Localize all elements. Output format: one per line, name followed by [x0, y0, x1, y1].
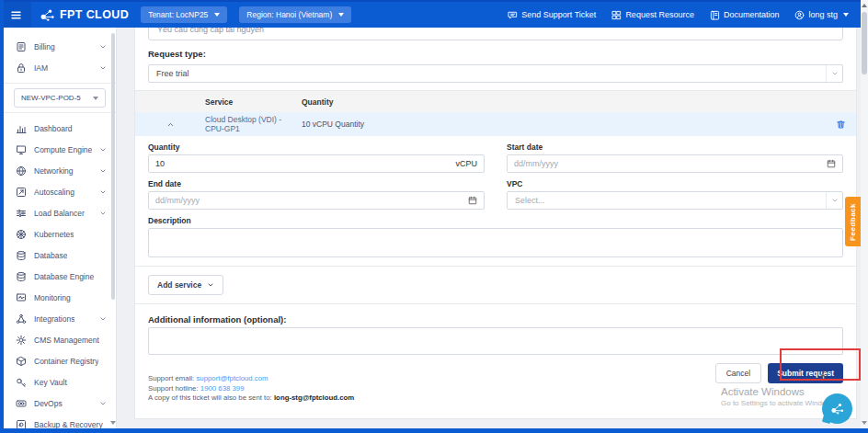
sidebar-item-dashboard[interactable]: Dashboard: [4, 118, 116, 139]
sidebar-item-key-vault[interactable]: Key Vault: [4, 371, 116, 393]
scroll-up-arrow[interactable]: [861, 1, 868, 10]
sidebar-item-label: DevOps: [34, 399, 63, 408]
scrollbar-thumb[interactable]: [862, 12, 867, 74]
support-info: Support email: support@fptcloud.com Supp…: [148, 374, 354, 404]
sidebar-item-container-registry[interactable]: Container Registry: [4, 350, 116, 371]
calendar-icon[interactable]: [468, 196, 477, 205]
sidebar-item-billing[interactable]: Billing: [4, 36, 116, 57]
feedback-label: Feedback: [849, 203, 857, 241]
submit-request-button[interactable]: Submit request: [768, 363, 843, 383]
sidebar-scrollbar[interactable]: [111, 33, 115, 300]
service-detail-form: Quantity vCPU Start date: [135, 136, 856, 266]
divider: [4, 83, 116, 84]
sidebar-item-label: Networking: [34, 166, 74, 176]
support-email-link[interactable]: support@fptcloud.com: [196, 374, 268, 382]
monitoring-icon: [16, 292, 27, 303]
vpc-selector-dropdown[interactable]: NEW-VPC-POD-5: [14, 88, 106, 108]
sidebar-item-kubernetes[interactable]: Kubernetes: [4, 223, 116, 245]
top-navigation-bar: FPT CLOUD Tenant: LocNP25 Region: Hanoi …: [0, 0, 861, 28]
activate-windows-hint: Go to Settings to activate Windows: [721, 399, 835, 407]
header-links: Send Support TicketRequest ResourceDocum…: [508, 10, 849, 20]
sidebar: BillingIAM NEW-VPC-POD-5 DashboardComput…: [4, 28, 117, 428]
keyvault-icon: [16, 377, 27, 388]
sidebar-item-database-engine[interactable]: Database Engine: [4, 266, 116, 287]
sidebar-item-networking[interactable]: Networking: [4, 160, 116, 181]
header-link-documentation[interactable]: Documentation: [710, 10, 780, 20]
service-column-header: Service: [205, 97, 302, 107]
sidebar-item-autoscaling[interactable]: Autoscaling: [4, 181, 116, 202]
sidebar-item-monitoring[interactable]: Monitoring: [4, 287, 116, 308]
window-border-left: [0, 0, 4, 433]
sidebar-item-label: Database: [34, 251, 67, 260]
database-icon: [16, 250, 27, 261]
sidebar-item-label: IAM: [34, 63, 48, 73]
feedback-tab[interactable]: Feedback: [845, 197, 861, 246]
vpc-placeholder: Select...: [515, 196, 545, 205]
sidebar-item-devops[interactable]: DevOps: [4, 393, 116, 414]
sidebar-item-cms-management[interactable]: CMS Management: [4, 329, 116, 350]
request-title-box[interactable]: Yêu cầu cung cấp tài nguyên: [148, 28, 843, 40]
support-email-line: Support email: support@fptcloud.com: [148, 374, 354, 384]
region-selector[interactable]: Region: Hanoi (Vietnam): [239, 6, 351, 23]
cms-icon: [16, 335, 27, 346]
chevdown-icon: [99, 400, 107, 407]
sidebar-item-label: Backup & Recovery: [34, 420, 103, 429]
sidebar-item-label: Monitoring: [34, 293, 71, 302]
hamburger-icon: [10, 9, 22, 21]
header-link-request-resource[interactable]: Request Resource: [611, 10, 694, 20]
end-date-input[interactable]: [155, 196, 468, 205]
add-service-label: Add service: [157, 280, 201, 290]
start-date-input[interactable]: [514, 159, 827, 168]
chevron-down-icon: [93, 97, 98, 100]
sidebar-item-load-balancer[interactable]: Load Balancer: [4, 202, 116, 223]
header-link-send-support-ticket[interactable]: Send Support Ticket: [508, 10, 596, 20]
main-content-area: Yêu cầu cung cấp tài nguyên Request type…: [118, 28, 861, 428]
sidebar-item-label: CMS Management: [34, 336, 99, 345]
vpc-select[interactable]: Select...: [507, 191, 843, 210]
delete-service-icon[interactable]: [825, 120, 856, 130]
description-textarea[interactable]: [148, 228, 843, 257]
calendar-icon[interactable]: [827, 159, 836, 168]
start-date-field: Start date: [507, 142, 843, 173]
description-label: Description: [148, 216, 843, 225]
additional-info-label: Additional information (optional):: [148, 314, 843, 325]
request-type-select[interactable]: Free trial: [148, 64, 843, 83]
fpt-cloud-logo[interactable]: FPT CLOUD: [40, 8, 129, 22]
chevdown-icon: [99, 64, 107, 72]
service-quantity-cell: 10 vCPU Quantity: [302, 120, 825, 129]
sidebar-item-compute-engine[interactable]: Compute Engine: [4, 139, 116, 160]
sidebar-item-iam[interactable]: IAM: [4, 57, 116, 78]
service-name-cell: Cloud Desktop (VDI) - CPU-GP1: [205, 115, 302, 133]
add-service-row: Add service: [135, 266, 856, 303]
chevdown-icon: [99, 210, 107, 217]
service-table-row[interactable]: Cloud Desktop (VDI) - CPU-GP1 10 vCPU Qu…: [135, 112, 856, 136]
header-link-label: Request Resource: [625, 10, 694, 19]
sidebar-item-integrations[interactable]: Integrations: [4, 308, 116, 329]
additional-info-textarea[interactable]: [148, 327, 843, 355]
chat-support-button[interactable]: [822, 393, 852, 424]
sidebar-scroll-down-arrow[interactable]: [110, 420, 116, 426]
quantity-input[interactable]: [155, 159, 455, 168]
networking-icon: [16, 165, 27, 177]
page-scrollbar[interactable]: [861, 0, 868, 428]
sidebar-item-label: Billing: [34, 42, 55, 51]
registry-icon: [16, 356, 27, 367]
vpc-field: VPC Select...: [507, 179, 843, 210]
sidebar-item-label: Database Engine: [34, 272, 94, 281]
header-link-long-stg[interactable]: long stg: [794, 10, 849, 20]
hamburger-menu-button[interactable]: [0, 2, 31, 28]
collapse-row-icon[interactable]: [135, 120, 205, 129]
request-type-value: Free trial: [156, 69, 189, 78]
add-service-button[interactable]: Add service: [148, 275, 223, 295]
sidebar-top-group: BillingIAM: [4, 28, 116, 78]
tenant-selector[interactable]: Tenant: LocNP25: [141, 6, 227, 23]
cancel-button[interactable]: Cancel: [715, 363, 761, 383]
user-icon: [794, 10, 805, 20]
fpt-molecule-icon: [40, 8, 55, 22]
quantity-label: Quantity: [148, 142, 485, 152]
request-resource-form-card: Yêu cầu cung cấp tài nguyên Request type…: [134, 28, 857, 419]
scroll-down-arrow[interactable]: [861, 418, 868, 427]
sidebar-item-database[interactable]: Database: [4, 245, 116, 266]
region-label: Region: Hanoi (Vietnam): [246, 10, 332, 19]
support-hotline-link[interactable]: 1900 638 399: [200, 384, 245, 393]
